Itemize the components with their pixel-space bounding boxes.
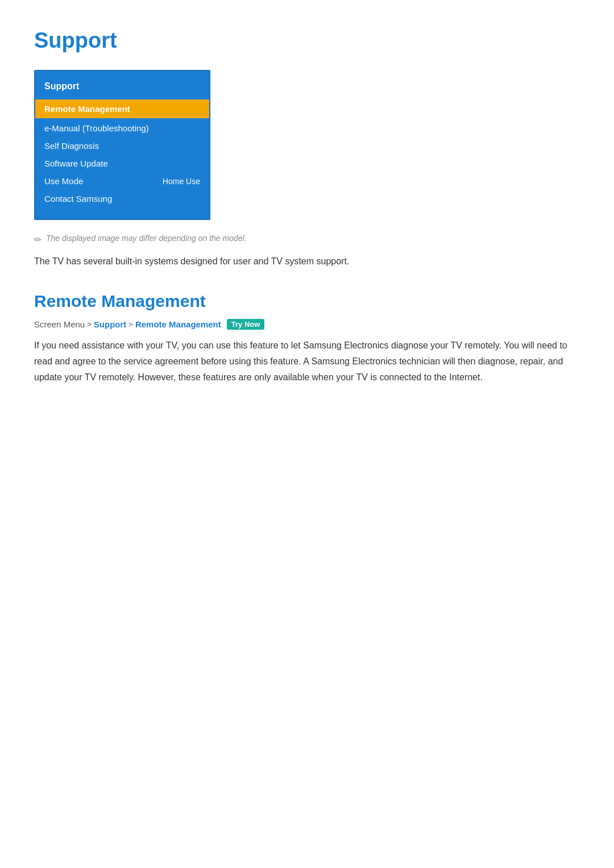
note-row: ✏ The displayed image may differ dependi… xyxy=(34,234,580,245)
menu-item-self-diagnosis-label: Self Diagnosis xyxy=(44,141,99,151)
breadcrumb-support[interactable]: Support xyxy=(94,319,127,329)
menu-item-remote-management[interactable]: Remote Management xyxy=(35,99,209,118)
breadcrumb-sep-2: > xyxy=(128,320,133,329)
section-body: If you need assistance with your TV, you… xyxy=(34,338,580,385)
menu-item-use-mode[interactable]: Use Mode Home Use xyxy=(35,172,209,190)
note-text: The displayed image may differ depending… xyxy=(46,234,247,243)
page-title: Support xyxy=(34,28,580,53)
menu-item-software-update-label: Software Update xyxy=(44,159,108,168)
breadcrumb-sep-1: > xyxy=(87,320,92,329)
menu-item-contact-samsung[interactable]: Contact Samsung xyxy=(35,190,209,207)
menu-item-emanual[interactable]: e-Manual (Troubleshooting) xyxy=(35,119,209,137)
breadcrumb: Screen Menu > Support > Remote Managemen… xyxy=(34,319,580,330)
menu-item-software-update[interactable]: Software Update xyxy=(35,155,209,172)
menu-item-use-mode-value: Home Use xyxy=(163,177,200,186)
menu-item-contact-samsung-label: Contact Samsung xyxy=(44,194,112,203)
menu-header: Support xyxy=(35,77,209,97)
menu-item-self-diagnosis[interactable]: Self Diagnosis xyxy=(35,137,209,155)
menu-item-emanual-label: e-Manual (Troubleshooting) xyxy=(44,123,149,133)
try-now-badge[interactable]: Try Now xyxy=(227,319,265,330)
breadcrumb-screen-menu: Screen Menu xyxy=(34,319,85,329)
support-menu-box: Support Remote Management e-Manual (Trou… xyxy=(34,70,210,220)
breadcrumb-remote-management[interactable]: Remote Management xyxy=(135,319,221,329)
menu-item-use-mode-label: Use Mode xyxy=(44,176,83,186)
description-text: The TV has several built-in systems desi… xyxy=(34,254,580,269)
pencil-icon: ✏ xyxy=(34,234,42,245)
section-title: Remote Management xyxy=(34,292,580,311)
